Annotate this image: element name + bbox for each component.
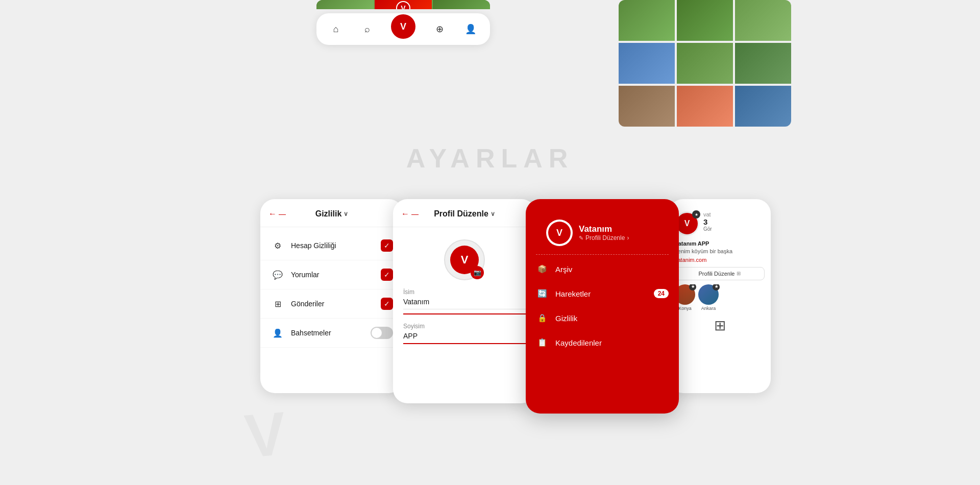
- red-profile-screen: V Vatanım ✎ Profili Düzenle › 📦 Arşiv 🔄: [526, 199, 679, 414]
- follower-badge-2: ★: [713, 284, 720, 290]
- hareketler-item[interactable]: 🔄 Hareketler 24: [526, 281, 679, 306]
- followers-area: ★ Konya ★ Ankara: [669, 284, 771, 315]
- small-profile-screen: V ★ vat 3 Gör Vatanım APP benim köyüm bi…: [669, 199, 771, 393]
- check-icon-2: ✓: [381, 269, 393, 281]
- app-mockup-top: V ⌂ ⌕ V ⊕ 👤: [316, 0, 490, 45]
- chevron-icon: ∨: [344, 210, 348, 217]
- privacy-icon: 🔒: [536, 312, 548, 324]
- kaydedilenler-item[interactable]: 📋 Kaydedilenler: [526, 330, 679, 355]
- saved-icon: 📋: [536, 336, 548, 349]
- star-icon: ★: [695, 212, 698, 217]
- red-avatar: V: [546, 220, 573, 246]
- back-dash-2: —: [411, 210, 419, 218]
- photo-cell-4: [619, 43, 675, 84]
- screens-area: ← — Gizlilik ∨ ⚙ Hesap Gizliliği ✓ 💬 Yor…: [260, 199, 720, 414]
- small-count-label: Gör: [703, 226, 765, 232]
- check-icon-3: ✓: [381, 298, 393, 310]
- home-icon[interactable]: ⌂: [329, 22, 343, 36]
- activity-icon: 🔄: [536, 287, 548, 300]
- red-avatar-inner: V: [548, 222, 571, 244]
- gizlilik-item[interactable]: 🔒 Gizlilik: [526, 306, 679, 330]
- small-top: V ★ vat 3 Gör: [669, 207, 771, 240]
- add-square-icon: ⊞: [271, 297, 285, 311]
- photo-cell-2: [677, 0, 733, 41]
- arsiv-item[interactable]: 📦 Arşiv: [526, 257, 679, 281]
- small-app-name: Vatanım APP benim köyüm bir başka: [669, 240, 771, 257]
- edit-btn-icon: ⊞: [737, 271, 741, 276]
- photo-cell-5: [677, 43, 733, 84]
- profil-back-button[interactable]: ← —: [401, 209, 419, 219]
- profil-duzenle-screen: ← — Profil Düzenle ∨ V 📷 İsim Vatanım So…: [393, 199, 536, 403]
- small-count: 3: [703, 217, 765, 226]
- soyisim-field: Soyisim APP: [393, 314, 536, 348]
- photo-cell-6: [735, 43, 791, 84]
- yorumlar-item[interactable]: 💬 Yorumlar ✓: [260, 260, 403, 289]
- red-header: V Vatanım ✎ Profili Düzenle ›: [536, 220, 669, 254]
- top-section: V ⌂ ⌕ V ⊕ 👤: [0, 0, 980, 123]
- follower-2: ★ Ankara: [698, 284, 719, 311]
- gizlilik-back-button[interactable]: ← —: [268, 209, 286, 219]
- profil-header: ← — Profil Düzenle ∨: [393, 209, 536, 227]
- back-arrow-icon-2: ←: [401, 209, 409, 219]
- bahsetmeler-item[interactable]: 👤 Bahsetmeler: [260, 319, 403, 348]
- check-icon-1: ✓: [381, 239, 393, 252]
- follower-badge-1: ★: [689, 284, 696, 290]
- search-icon[interactable]: ⌕: [360, 22, 374, 36]
- gizlilik-title: Gizlilik ∨: [315, 209, 349, 219]
- photo-cell-7: [619, 86, 675, 127]
- back-arrow-icon: ←: [268, 209, 277, 219]
- follower-avatar-2: ★: [698, 284, 719, 305]
- logo-button[interactable]: V: [391, 14, 415, 39]
- small-user-stats: vat 3 Gör: [703, 211, 765, 232]
- gizlilik-screen: ← — Gizlilik ∨ ⚙ Hesap Gizliliği ✓ 💬 Yor…: [260, 199, 403, 393]
- small-link[interactable]: vatanim.com: [669, 257, 771, 267]
- qr-area: ⊞: [669, 315, 771, 336]
- hesap-gizliligi-item[interactable]: ⚙ Hesap Gizliliği ✓: [260, 231, 403, 260]
- photo-cell-9: [735, 86, 791, 127]
- red-user-info: Vatanım ✎ Profili Düzenle ›: [579, 224, 629, 241]
- photo-cell-3: [735, 0, 791, 41]
- star-badge-icon-2: ★: [715, 284, 718, 289]
- user-icon: 👤: [271, 326, 285, 340]
- profile-icon[interactable]: 👤: [463, 22, 478, 36]
- gonderiler-item[interactable]: ⊞ Gönderiler ✓: [260, 289, 403, 319]
- star-badge-icon: ★: [691, 284, 695, 289]
- small-bio: benim köyüm bir başka: [675, 248, 732, 254]
- logo-v: V: [461, 253, 469, 266]
- logo-symbol: V: [400, 21, 406, 32]
- photo-grid: [619, 0, 791, 127]
- soyisim-value[interactable]: APP: [403, 332, 526, 344]
- add-icon[interactable]: ⊕: [432, 22, 447, 36]
- red-screen-top: V Vatanım ✎ Profili Düzenle ›: [526, 209, 679, 254]
- avatar-circle: V 📷: [444, 239, 485, 280]
- chevron-right: ›: [627, 234, 629, 241]
- activity-badge: 24: [654, 289, 669, 298]
- settings-icon: ⚙: [271, 238, 285, 253]
- archive-icon: 📦: [536, 263, 548, 275]
- avatar-area: V 📷: [393, 231, 536, 284]
- red-logo: V: [556, 228, 562, 238]
- profil-title: Profil Düzenle ∨: [434, 209, 495, 219]
- section-title: AYARLAR: [406, 143, 574, 174]
- isim-field: İsim Vatanım: [393, 284, 536, 313]
- app-nav-bar: ⌂ ⌕ V ⊕ 👤: [316, 13, 490, 45]
- red-divider: [536, 254, 669, 255]
- profile-edit-link[interactable]: ✎ Profili Düzenle ›: [579, 234, 629, 241]
- comment-icon: 💬: [271, 268, 285, 282]
- photo-cell-1: [619, 0, 675, 41]
- photo-cell-8: [677, 86, 733, 127]
- small-badge: ★: [692, 210, 700, 219]
- edit-icon: ✎: [579, 235, 583, 241]
- toggle-bahsetmeler[interactable]: [371, 327, 393, 339]
- qr-icon: ⊞: [714, 317, 726, 334]
- gizlilik-header: ← — Gizlilik ∨: [260, 209, 403, 227]
- small-username-partial: vat: [703, 211, 765, 217]
- back-dash: —: [279, 210, 286, 218]
- camera-button[interactable]: 📷: [471, 266, 484, 279]
- chevron-icon-2: ∨: [491, 210, 495, 217]
- small-edit-button[interactable]: Profili Düzenle ⊞: [675, 267, 765, 280]
